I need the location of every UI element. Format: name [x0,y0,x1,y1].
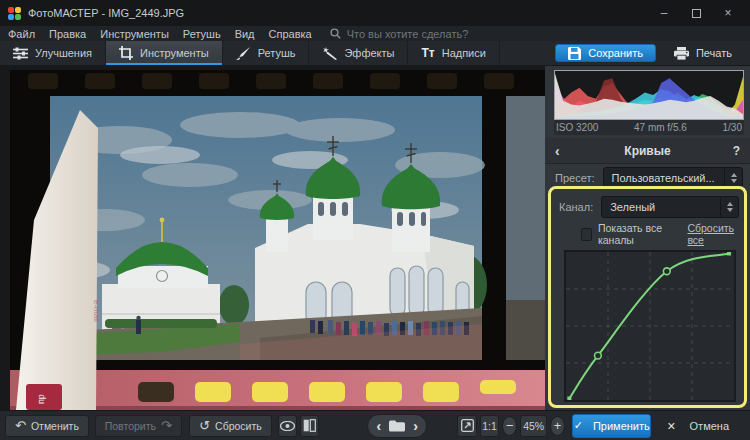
menu-edit[interactable]: Правка [49,28,86,40]
crop-icon [119,46,133,60]
zoom-level-value: 45% [523,420,544,432]
magic-wand-icon [322,47,337,60]
apply-label: Применить [593,420,650,432]
actual-size-button[interactable]: 1:1 [480,415,499,437]
curve-graph[interactable] [564,250,736,402]
one-to-one-label: 1:1 [482,420,497,432]
iso-value: ISO 3200 [556,122,598,133]
spinner-icon[interactable] [724,168,742,188]
save-button[interactable]: Сохранить [555,44,656,62]
channel-dropdown[interactable]: Зеленый [601,196,739,218]
brush-icon [236,47,251,60]
prev-photo-button[interactable]: ‹ [374,419,383,433]
photo-film-scan: e-mail пр [10,70,545,410]
channel-value: Зеленый [602,201,720,213]
show-all-channels-label: Показать все каналы [598,222,681,246]
tab-enhancements[interactable]: Улучшения [0,41,106,65]
apply-button[interactable]: ✓ Применить [572,414,651,438]
tab-label: Эффекты [344,47,394,59]
menu-tools[interactable]: Инструменты [100,28,169,40]
undo-icon: ↶ [15,419,26,432]
exif-info: ISO 3200 47 mm f/5.6 1/30 [554,120,744,135]
bottom-toolbar: ↶ Отменить Повторить ↷ ↺ Сбросить [0,410,750,440]
preview-original-button[interactable] [278,415,297,437]
back-button[interactable]: ‹ [555,143,569,159]
minimize-button[interactable]: – [650,3,678,23]
redo-label: Повторить [105,420,156,432]
tab-label: Улучшения [35,47,92,59]
menu-retouch[interactable]: Ретушь [183,28,221,40]
zoom-level[interactable]: 45% [520,415,547,437]
curve-endpoint[interactable] [567,397,571,400]
search-icon [330,28,341,39]
reset-label: Сбросить [215,420,262,432]
reset-all-link[interactable]: Сбросить все [687,222,741,246]
highlight-annotation: Канал: Зеленый Показать все каналы Сброс… [548,186,747,408]
tab-label: Инструменты [140,47,209,59]
fit-screen-icon [461,419,474,432]
spinner-icon[interactable] [720,197,738,217]
printer-icon [674,47,689,60]
panel-title: Кривые [569,144,726,158]
histogram [554,70,744,120]
folder-icon[interactable] [389,420,405,432]
menu-file[interactable]: Файл [8,28,35,40]
tab-tools[interactable]: Инструменты [106,41,223,65]
shutter-value: 1/30 [723,122,742,133]
check-icon: ✓ [574,419,583,432]
floppy-icon [568,47,581,60]
curve-endpoint[interactable] [727,252,731,255]
redo-icon: ↷ [161,419,172,432]
close-button[interactable]: × [714,3,742,23]
redo-button[interactable]: Повторить ↷ [95,415,182,437]
reset-button[interactable]: ↺ Сбросить [189,415,272,437]
channel-label: Канал: [559,201,593,213]
preset-value: Пользовательский... [604,172,725,184]
preset-label: Пресет: [555,172,595,184]
curve-control-point[interactable] [663,268,670,275]
compare-icon [303,419,316,432]
menu-help[interactable]: Справка [269,28,312,40]
save-label: Сохранить [588,47,643,59]
tab-effects[interactable]: Эффекты [309,41,408,65]
image-canvas[interactable]: e-mail пр [0,66,545,410]
menu-view[interactable]: Вид [235,28,255,40]
zoom-out-button[interactable]: − [502,416,517,436]
x-icon: × [667,418,675,434]
window-title: ФотоМАСТЕР - IMG_2449.JPG [28,7,184,19]
tab-label: Ретушь [258,47,296,59]
zoom-in-button[interactable]: + [550,416,565,436]
maximize-button[interactable] [682,3,710,23]
show-all-channels-checkbox[interactable] [581,228,592,241]
svg-text:e-mail: e-mail [92,300,101,322]
photo-navigator: ‹ › [367,414,426,438]
maximize-icon [692,9,701,18]
undo-label: Отменить [31,420,79,432]
help-button[interactable]: ? [726,144,740,158]
focal-aperture-value: 47 mm f/5.6 [634,122,687,133]
search-input[interactable] [347,28,567,40]
svg-text:пр: пр [36,394,46,404]
next-photo-button[interactable]: › [411,419,420,433]
tab-label: Надписи [442,47,486,59]
app-logo-icon [8,7,21,20]
title-bar: ФотоМАСТЕР - IMG_2449.JPG – × [0,0,750,26]
reset-icon: ↺ [199,419,210,432]
curve-control-point[interactable] [595,352,602,359]
print-label: Печать [696,47,732,59]
photomaster-window: ФотоМАСТЕР - IMG_2449.JPG – × Файл Правк… [0,0,750,440]
cancel-button[interactable]: × Отмена [651,414,745,438]
tab-bar: Улучшения Инструменты Ретушь Эффекты Tт [0,41,750,66]
tab-captions[interactable]: Tт Надписи [408,41,499,65]
right-panel: ISO 3200 47 mm f/5.6 1/30 ‹ Кривые ? Пре… [545,66,750,410]
tab-retouch[interactable]: Ретушь [223,41,310,65]
sliders-icon [13,47,28,60]
text-icon: Tт [421,46,434,60]
curves-panel-header: ‹ Кривые ? [545,138,750,164]
undo-button[interactable]: ↶ Отменить [5,415,89,437]
compare-before-after-button[interactable] [300,415,319,437]
menu-bar: Файл Правка Инструменты Ретушь Вид Справ… [0,26,750,41]
cancel-label: Отмена [690,420,729,432]
print-button[interactable]: Печать [662,44,744,62]
fit-to-screen-button[interactable] [457,415,476,437]
